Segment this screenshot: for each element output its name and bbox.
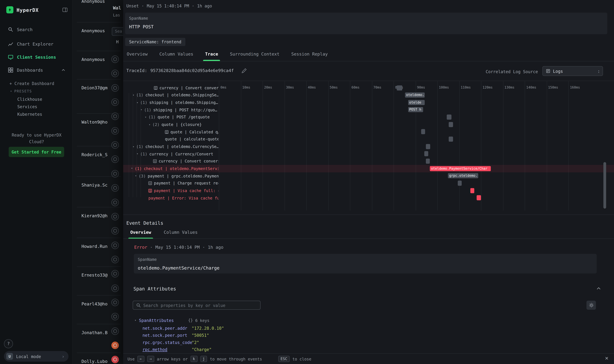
session-replay-marker-icon[interactable]: [111, 299, 119, 306]
waterfall-scrollbar[interactable]: [603, 84, 606, 208]
preset-item-clickhouse[interactable]: Clickhouse: [17, 97, 42, 102]
tab-ed-column-values[interactable]: Column Values: [164, 230, 198, 239]
collapse-sidebar-icon[interactable]: [62, 7, 68, 13]
session-item[interactable]: Anonymous: [81, 57, 105, 62]
chevron-up-icon[interactable]: [61, 68, 65, 72]
collapse-chevron-icon[interactable]: ▾: [135, 174, 137, 178]
collapse-chevron-icon[interactable]: ▾: [133, 145, 134, 148]
collapse-chevron-icon[interactable]: ▾: [145, 116, 146, 119]
close-drawer-icon[interactable]: ×: [605, 355, 608, 361]
help-button[interactable]: ?: [4, 339, 13, 348]
attribute-row[interactable]: rpc.grpc.status_code"2": [133, 340, 598, 347]
span-duration-bar[interactable]: [447, 115, 451, 120]
session-replay-marker-icon[interactable]: [111, 198, 119, 206]
attribute-search-input[interactable]: [143, 303, 257, 307]
span-duration-bar[interactable]: otelde: [408, 100, 425, 105]
session-replay-marker-icon[interactable]: [111, 213, 119, 220]
session-orange-marker-icon[interactable]: [111, 342, 119, 349]
session-item[interactable]: Shaniya.Sc: [81, 183, 108, 188]
tab-overview[interactable]: Overview: [127, 52, 148, 61]
tab-trace[interactable]: Trace: [205, 52, 218, 61]
session-replay-marker-icon[interactable]: [111, 256, 119, 263]
session-replay-marker-icon[interactable]: [111, 227, 119, 234]
session-item[interactable]: Dolly.Lubo: [81, 359, 108, 364]
session-replay-marker-icon[interactable]: [111, 141, 119, 149]
collapse-chevron-icon[interactable]: ▾: [131, 167, 133, 170]
local-mode-button[interactable]: U Local mode ›: [4, 351, 68, 362]
trace-span-row[interactable]: ▾(3)payment | grpc.oteldemo.Paymen…grpc.…: [123, 172, 614, 180]
sidebar-item-chart-explorer[interactable]: Chart Explorer: [5, 39, 68, 49]
tab-session-replay[interactable]: Session Replay: [291, 52, 328, 61]
session-replay-marker-icon[interactable]: [111, 170, 119, 177]
get-started-button[interactable]: Get Started for Free: [9, 147, 64, 157]
trace-span-row[interactable]: ▾(1)shipping | oteldemo.Shipping…otelde: [123, 99, 614, 106]
trace-span-row[interactable]: currency | Convert convers…: [123, 84, 614, 91]
span-duration-bar[interactable]: [458, 181, 461, 186]
attribute-key[interactable]: rpc.method: [143, 347, 167, 352]
session-item[interactable]: Roderick_S: [81, 152, 108, 157]
attribute-value[interactable]: "2": [192, 340, 199, 345]
session-replay-marker-icon[interactable]: [111, 84, 119, 91]
search-input-fragment[interactable]: Sea: [112, 27, 123, 36]
tab-ed-overview[interactable]: Overview: [130, 230, 151, 239]
span-duration-bar[interactable]: [426, 158, 430, 164]
preset-item-kubernetes[interactable]: Kubernetes: [17, 112, 42, 116]
tab-surrounding-context[interactable]: Surrounding Context: [230, 52, 279, 61]
trace-span-row[interactable]: ▾(1)checkout | oteldemo.PaymentServi…ote…: [123, 165, 614, 172]
session-item[interactable]: Howard.Run: [81, 244, 108, 249]
trace-span-row[interactable]: quote | calculate-quote: [123, 136, 614, 143]
attributes-settings-button[interactable]: [587, 301, 596, 310]
collapse-chevron-icon[interactable]: ▾: [149, 123, 150, 126]
span-duration-bar[interactable]: oteldemo.: [405, 92, 425, 98]
expand-triangle-icon[interactable]: ▾: [135, 319, 136, 322]
collapse-chevron-icon[interactable]: ▾: [133, 94, 134, 97]
sidebar-item-search[interactable]: Search: [5, 25, 68, 35]
session-red-marker-icon[interactable]: [111, 356, 119, 363]
collapse-chevron-icon[interactable]: ▾: [137, 101, 138, 104]
session-item[interactable]: Walton9@ho: [81, 120, 108, 125]
session-replay-marker-icon[interactable]: [111, 327, 119, 335]
attribute-value[interactable]: "172.28.0.10": [192, 326, 224, 330]
sidebar-item-dashboards[interactable]: Dashboards: [5, 65, 68, 75]
session-item[interactable]: Ernesto33@: [81, 273, 108, 278]
attribute-row[interactable]: net.sock.peer.port"50051": [133, 333, 598, 340]
span-duration-bar[interactable]: POST h: [408, 107, 423, 112]
collapse-chevron-icon[interactable]: ▾: [137, 152, 138, 156]
span-duration-bar[interactable]: [470, 188, 474, 193]
service-name-tag[interactable]: ServiceName: frontend: [125, 38, 185, 46]
trace-span-row[interactable]: payment | Visa cache full: c…: [123, 187, 614, 194]
attribute-value[interactable]: "Charge": [192, 347, 212, 352]
span-duration-bar[interactable]: [477, 195, 481, 200]
session-replay-marker-icon[interactable]: [111, 127, 119, 134]
trace-span-row[interactable]: ▾(1)checkout | oteldemo.ShippingSe…oteld…: [123, 91, 614, 99]
hyperdx-logo-icon[interactable]: [6, 6, 13, 13]
attribute-key[interactable]: rpc.grpc.status_code: [143, 340, 192, 345]
tab-column-values[interactable]: Column Values: [159, 52, 193, 61]
trace-span-row[interactable]: quote | Calculated q…: [123, 128, 614, 136]
session-replay-marker-icon[interactable]: [111, 270, 119, 277]
collapse-chevron-icon[interactable]: ▾: [141, 108, 142, 111]
span-duration-bar[interactable]: grpc.oteldemo.: [448, 173, 478, 179]
attribute-value[interactable]: "50051": [192, 333, 209, 338]
session-replay-marker-icon[interactable]: [111, 184, 119, 192]
session-replay-marker-icon[interactable]: [111, 55, 119, 63]
create-dashboard-button[interactable]: + Create Dashboard: [10, 81, 54, 86]
sidebar-item-client-sessions[interactable]: Client Sessions: [5, 52, 68, 62]
session-item[interactable]: Pearl43@ho: [81, 301, 108, 307]
span-duration-bar[interactable]: [424, 151, 428, 156]
session-replay-marker-icon[interactable]: [111, 241, 119, 249]
attribute-key[interactable]: net.sock.peer.port: [143, 333, 187, 338]
trace-span-row[interactable]: ▾(1)currency | Currency/Convert: [123, 150, 614, 157]
trace-span-row[interactable]: ▾(2)quote | {closure}: [123, 121, 614, 128]
presets-header[interactable]: ▾ PRESETS: [10, 89, 32, 93]
attribute-key[interactable]: net.sock.peer.addr: [143, 326, 187, 330]
session-item[interactable]: Kieran92@h: [81, 213, 108, 218]
trace-span-row[interactable]: currency | Convert convers…: [123, 157, 614, 165]
attribute-root-name[interactable]: SpanAttributes: [139, 318, 174, 323]
trace-span-row[interactable]: ▾(1)checkout | oteldemo.CurrencySe…: [123, 143, 614, 150]
trace-span-row[interactable]: ▾(1)quote | POST /getquote: [123, 114, 614, 121]
span-duration-bar[interactable]: [449, 122, 453, 127]
trace-span-row[interactable]: ▾(1)shipping | POST http://quo…POST h: [123, 106, 614, 114]
scrollbar-thumb[interactable]: [603, 162, 606, 208]
trace-span-row[interactable]: payment | Charge request rec…: [123, 180, 614, 187]
